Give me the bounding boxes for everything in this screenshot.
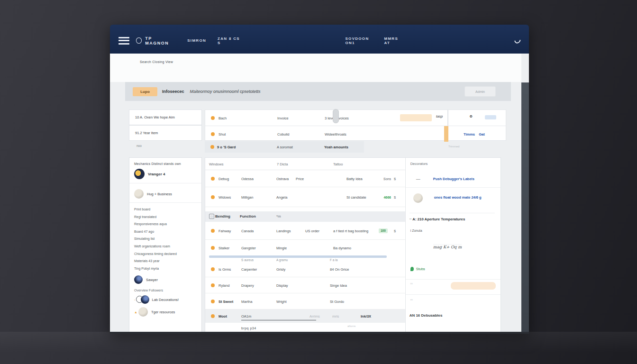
scrollbar-thumb[interactable] (333, 109, 339, 123)
table-row[interactable]: Stalker Gangster Mingle Ba dynamo (205, 240, 405, 255)
cell: Ostrava (276, 176, 289, 181)
cell: Martha (241, 299, 252, 303)
hamburger-menu-icon[interactable] (118, 37, 129, 45)
follower-name: Tger resources (151, 310, 175, 314)
sidebar-link[interactable]: Regi translated (134, 213, 197, 221)
banner-badge: Lupo (133, 87, 157, 96)
currency-cell: $ (394, 228, 396, 233)
cell: Grisly (276, 267, 285, 271)
divider (129, 183, 201, 183)
table-row[interactable]: Is Grms Carpenter Grisly 84 On Grice (205, 261, 405, 277)
column-header[interactable]: Tattoo (333, 162, 343, 166)
sidebar-link[interactable]: Materials 43 year (134, 257, 197, 265)
sidebar-link[interactable]: Print board (134, 206, 197, 213)
details-link-2[interactable]: ones float wood mate 24/6 g (434, 195, 496, 200)
cell: Singe Idea (330, 283, 347, 287)
cell: OA1m (241, 314, 251, 318)
star-marker: ** (410, 218, 412, 221)
search-view-label[interactable]: Search Closing View (140, 60, 173, 64)
cell: a f tied rt bag boosting (333, 228, 368, 233)
avatar (134, 189, 144, 199)
sidebar-link[interactable]: Weft organizations roam (134, 243, 197, 250)
cell: St Gordo (330, 299, 344, 303)
table-footnote: brpq p34 (241, 327, 256, 330)
cell: Debug (218, 176, 229, 181)
table-section-header[interactable]: □ Bending Function *m (205, 211, 405, 222)
highlight-pill (451, 282, 496, 290)
nav-item-4[interactable]: MMRS AT (384, 36, 401, 45)
flag-icon: ◦ (134, 298, 135, 301)
sidebar-member-3[interactable]: Sawyer (134, 275, 197, 284)
top-row-c[interactable]: 9 o 'S Gard A soromat Yeah amounts (205, 141, 364, 153)
mini-button[interactable] (485, 115, 496, 119)
top-right-row-b[interactable]: Timms Gat (448, 126, 506, 142)
table-row[interactable]: Fahway Canada Landings US order a f tied… (205, 222, 405, 240)
table-row-selected[interactable]: Moot OA1m Arrims mris Ink/3X (205, 309, 405, 323)
highlight-chip (400, 114, 432, 121)
progress-bar (209, 255, 387, 258)
cell: Ba dynamo (333, 246, 351, 250)
nav-item-2[interactable]: ZAN 8 CS S (218, 36, 243, 45)
status-dot-icon (211, 132, 215, 136)
table-header-row: Windows 7 Dicta Tattoo (205, 158, 405, 170)
underline-rule (241, 320, 316, 320)
sidebar-link[interactable]: Simulating list (134, 235, 197, 243)
sidebar-card-year-item[interactable]: 91.2 Year Item (129, 125, 202, 141)
sidebar-follower-1[interactable]: ◦ Lab Decorations! (134, 295, 197, 304)
top-row-a[interactable]: Bach Invoice 3 level invoices tasp (205, 110, 447, 126)
sidebar-card-open-items[interactable]: 10 A. Oxen We hope Aim (129, 109, 202, 125)
details-bottom-line: AN 16 Debusables (410, 313, 443, 318)
nav-item-1[interactable]: SIMRON (187, 38, 206, 43)
top-right-row-a[interactable]: o (448, 110, 506, 126)
sidebar-card-2-label: 91.2 Year Item (135, 131, 158, 135)
sidebar-link[interactable]: Board 47 ago (134, 228, 197, 236)
details-green-row[interactable]: Stubs (410, 267, 425, 271)
cell: Angela (276, 195, 287, 199)
cell: mris (332, 314, 339, 318)
trimmed-label: Trimmed (448, 145, 459, 148)
selected-accent-bar (444, 126, 448, 142)
avatar (134, 169, 145, 179)
sidebar-link[interactable]: Chicagoness timing declared (134, 250, 197, 258)
info-banner: Lupo Infoseecec Maiteormoy onusimnooml c… (125, 82, 511, 101)
cell: Cobuild (277, 132, 289, 136)
sidebar-link[interactable]: Responsiveness aqua (134, 220, 197, 228)
table-row[interactable]: St Sweet Martha Wright St Gordo (205, 293, 405, 309)
sidebar-panel: Mechanics Distinct stands own Vranger 4 … (129, 157, 202, 332)
column-header[interactable]: 7 Dicta (277, 162, 288, 166)
cell: Stalker (218, 246, 229, 250)
dash-marker: — (416, 177, 420, 182)
sidebar-follower-2[interactable]: ▲ Tger resources (134, 307, 197, 317)
currency-cell: $ (394, 176, 396, 181)
nav-item-3[interactable]: SOVDOON ON1 (345, 36, 373, 45)
table-row[interactable]: Ryland Drapery Display Singe Idea (205, 277, 405, 293)
status-dot-icon (211, 229, 215, 233)
cell: Canada (241, 228, 254, 233)
top-row-b[interactable]: Shut Cobuild Wideelthroats (205, 126, 447, 142)
cell: St Sweet (218, 299, 233, 303)
faint-marker: m (410, 282, 413, 285)
column-header[interactable]: Windows (209, 162, 223, 166)
amount-cell: Ink/3X (361, 314, 371, 318)
cell: Ryland (218, 283, 229, 287)
sidebar-member-1[interactable]: Vranger 4 (134, 169, 197, 179)
cell: Widows (218, 195, 231, 199)
brand[interactable]: TP MAGNON (136, 36, 176, 46)
cell: Arrims (309, 314, 320, 318)
brand-name: TP MAGNON (145, 36, 176, 46)
sidebar-panel-title: Mechanics Distinct stands own (134, 162, 197, 165)
link-timms[interactable]: Timms (464, 132, 475, 136)
sidebar-member-2[interactable]: Hug + Business (134, 189, 197, 199)
table-row[interactable]: Debug Odessa Ostrava Price Batty Idea So… (205, 170, 405, 187)
details-row-2: ones float wood mate 24/6 g (406, 187, 500, 210)
link-gat[interactable]: Gat (479, 132, 485, 136)
table-row[interactable]: Widows Milligan Angela St candidate 4666… (205, 187, 405, 207)
loader-crescent-icon[interactable] (513, 36, 522, 44)
status-dot-icon (211, 116, 215, 120)
details-link-1[interactable]: Push Debugger's Labels (433, 177, 495, 182)
banner-action-button[interactable]: Admin (464, 86, 496, 97)
banner-title: Infoseecec (162, 89, 184, 94)
cell: Is Grms (218, 267, 231, 271)
cell: Carpenter (241, 267, 257, 271)
sidebar-link[interactable]: Ting Pobyt myria (134, 265, 197, 273)
